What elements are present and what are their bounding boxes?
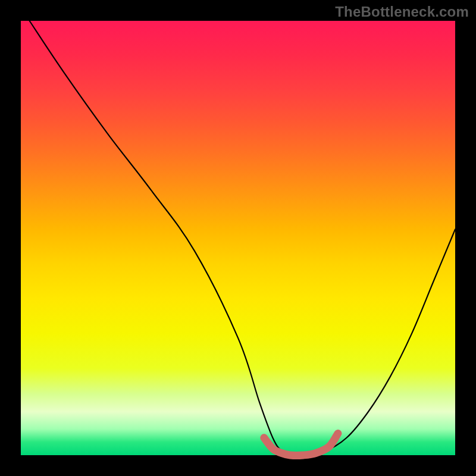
optimal-range-marker: [264, 434, 338, 456]
watermark-text: TheBottleneck.com: [335, 4, 469, 20]
plot-area: [21, 21, 455, 455]
curve-layer: [21, 21, 455, 455]
chart-stage: TheBottleneck.com: [0, 0, 476, 476]
bottleneck-curve-line: [30, 21, 455, 456]
